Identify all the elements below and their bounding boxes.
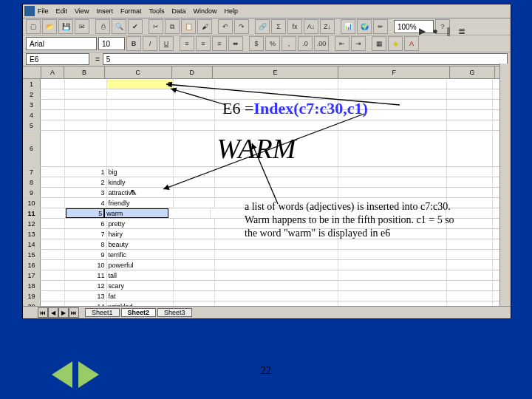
cell-F7[interactable] bbox=[338, 167, 447, 177]
cell-D16[interactable] bbox=[174, 260, 215, 270]
inc-decimal-icon[interactable]: .0 bbox=[298, 36, 313, 51]
link-icon[interactable]: 🔗 bbox=[255, 19, 270, 34]
cell-A8[interactable] bbox=[41, 177, 65, 187]
underline-icon[interactable]: U bbox=[159, 36, 174, 51]
next-tab-icon[interactable]: ▶ bbox=[58, 307, 69, 318]
row-15[interactable]: 159terrific bbox=[23, 250, 511, 260]
cell-B12[interactable]: 6 bbox=[65, 219, 106, 228]
cell-B9[interactable]: 3 bbox=[65, 188, 106, 197]
menu-help[interactable]: Help bbox=[224, 7, 238, 15]
cell-B16[interactable]: 10 bbox=[65, 260, 106, 270]
cell-A14[interactable] bbox=[41, 239, 65, 249]
menu-data[interactable]: Data bbox=[171, 7, 185, 15]
cell-D17[interactable] bbox=[174, 270, 215, 280]
prev-tab-icon[interactable]: ◀ bbox=[48, 307, 58, 318]
cell-G15[interactable] bbox=[447, 250, 493, 259]
cell-E19[interactable] bbox=[215, 291, 338, 301]
cell-A13[interactable] bbox=[41, 229, 65, 239]
row-6[interactable]: 6WARM bbox=[23, 131, 511, 167]
cell-C16[interactable]: powerful bbox=[107, 260, 174, 270]
row-1[interactable]: 15 bbox=[23, 79, 511, 89]
cell-G3[interactable] bbox=[447, 100, 493, 109]
cell-B8[interactable]: 2 bbox=[65, 177, 106, 187]
last-tab-icon[interactable]: ⏭ bbox=[69, 307, 79, 318]
chart-icon[interactable]: 📊 bbox=[341, 19, 355, 34]
menu-view[interactable]: View bbox=[75, 7, 89, 15]
cell-F18[interactable] bbox=[338, 281, 447, 290]
merge-icon[interactable]: ⬌ bbox=[228, 36, 243, 51]
cell-D14[interactable] bbox=[174, 239, 215, 249]
cell-B14[interactable]: 8 bbox=[65, 239, 106, 249]
cell-B5[interactable] bbox=[65, 120, 106, 130]
cell-B6[interactable] bbox=[65, 131, 106, 166]
first-tab-icon[interactable]: ⏮ bbox=[38, 307, 48, 318]
cell-F15[interactable] bbox=[338, 250, 447, 259]
cell-G16[interactable] bbox=[447, 260, 493, 270]
cell-C12[interactable]: pretty bbox=[107, 219, 174, 228]
cell-E5[interactable] bbox=[215, 120, 338, 130]
cell-G6[interactable] bbox=[447, 131, 493, 166]
cell-D2[interactable] bbox=[174, 89, 215, 99]
currency-icon[interactable]: $ bbox=[249, 36, 264, 51]
copy-icon[interactable]: ⧉ bbox=[165, 19, 180, 34]
cell-C17[interactable]: tall bbox=[107, 270, 174, 280]
cell-B18[interactable]: 12 bbox=[65, 281, 106, 290]
cell-C19[interactable]: fat bbox=[107, 291, 174, 301]
cell-E18[interactable] bbox=[215, 281, 338, 290]
cell-C2[interactable] bbox=[107, 89, 174, 99]
formula-input[interactable]: 5 bbox=[103, 53, 508, 65]
eq-icon[interactable]: ≣ bbox=[457, 27, 466, 35]
tab-scroll[interactable]: ⏮ ◀ ▶ ⏭ bbox=[38, 307, 79, 318]
cell-C6[interactable] bbox=[107, 131, 174, 166]
row-5[interactable]: 5 bbox=[23, 120, 511, 131]
cell-E16[interactable] bbox=[215, 260, 338, 270]
name-box[interactable]: E6 bbox=[26, 53, 89, 65]
menu-edit[interactable]: Edit bbox=[56, 7, 68, 15]
cell-A4[interactable] bbox=[41, 110, 65, 120]
cell-A3[interactable] bbox=[41, 100, 65, 109]
percent-icon[interactable]: % bbox=[265, 36, 280, 51]
cell-F17[interactable] bbox=[338, 270, 447, 280]
cell-A6[interactable] bbox=[41, 131, 65, 166]
sum-icon[interactable]: Σ bbox=[271, 19, 286, 34]
tab-sheet2[interactable]: Sheet2 bbox=[121, 308, 157, 317]
font-select[interactable]: Arial bbox=[26, 37, 97, 50]
paintbrush-icon[interactable]: 🖌 bbox=[197, 19, 212, 34]
cell-D5[interactable] bbox=[174, 120, 215, 130]
cell-A16[interactable] bbox=[41, 260, 65, 270]
cell-B19[interactable]: 13 bbox=[65, 291, 106, 301]
cell-E17[interactable] bbox=[215, 270, 338, 280]
play-icon[interactable]: ▶ bbox=[417, 27, 426, 35]
row-16[interactable]: 1610powerful bbox=[23, 260, 511, 270]
cell-G9[interactable] bbox=[447, 188, 493, 197]
map-icon[interactable]: 🌍 bbox=[357, 19, 372, 34]
cell-A7[interactable] bbox=[41, 167, 65, 177]
paste-icon[interactable]: 📋 bbox=[181, 19, 196, 34]
cell-B4[interactable] bbox=[65, 110, 106, 120]
row-18[interactable]: 1812scary bbox=[23, 281, 511, 291]
cell-C9[interactable]: attractive bbox=[107, 188, 174, 197]
bold-icon[interactable]: B bbox=[126, 36, 141, 51]
row-9[interactable]: 93attractive bbox=[23, 188, 511, 198]
cell-C14[interactable]: beauty bbox=[107, 239, 174, 249]
cell-D18[interactable] bbox=[174, 281, 215, 290]
cell-A1[interactable] bbox=[41, 79, 65, 89]
row-14[interactable]: 148beauty bbox=[23, 239, 511, 250]
redo-icon[interactable]: ↷ bbox=[234, 19, 249, 34]
italic-icon[interactable]: I bbox=[143, 36, 157, 51]
cell-F1[interactable] bbox=[338, 79, 447, 89]
fill-color-icon[interactable]: ◆ bbox=[388, 36, 403, 51]
next-slide-button[interactable] bbox=[78, 361, 99, 388]
outdent-icon[interactable]: ⇤ bbox=[335, 36, 349, 51]
cell-C10[interactable]: friendly bbox=[107, 198, 174, 208]
cell-A18[interactable] bbox=[41, 281, 65, 290]
row-17[interactable]: 1711tall bbox=[23, 270, 511, 281]
cell-B17[interactable]: 11 bbox=[65, 270, 106, 280]
row-2[interactable]: 2 bbox=[23, 89, 511, 100]
cell-E8[interactable] bbox=[215, 177, 338, 187]
cell-A2[interactable] bbox=[41, 89, 65, 99]
cell-D19[interactable] bbox=[174, 291, 215, 301]
menu-insert[interactable]: Insert bbox=[96, 7, 113, 15]
undo-icon[interactable]: ↶ bbox=[218, 19, 233, 34]
row-7[interactable]: 71big bbox=[23, 167, 511, 177]
